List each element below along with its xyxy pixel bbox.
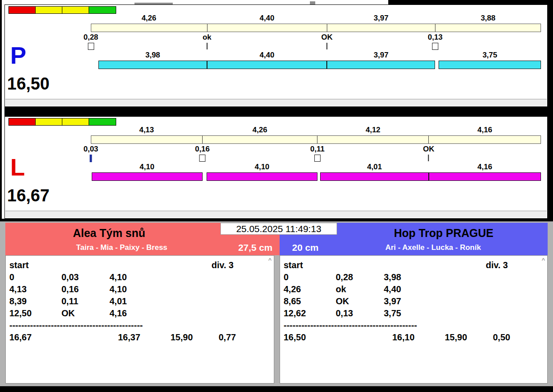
bar-segment	[207, 172, 317, 181]
team-members: Ari - Axelle - Lucka - Roník	[319, 243, 548, 252]
team-name-text: Alea Tým snů	[73, 227, 146, 240]
table-cell: 4,16	[110, 307, 127, 319]
bar-gap	[435, 51, 439, 61]
segment-time-label: 4,13	[91, 126, 202, 135]
pass-marker-line	[428, 155, 429, 161]
team-headers: Alea Tým snů Taira - Mia - Paixy - Bress…	[5, 223, 548, 255]
bar-segment	[203, 136, 317, 143]
segment-time-label: 4,26	[202, 126, 317, 135]
lane-l-panel: L 16,67 4,134,264,124,16 0,030,160,11OK …	[4, 116, 548, 219]
table-row: 8,65OK3,97	[280, 295, 547, 307]
bar-segment	[435, 24, 541, 32]
table-cell: 16,37	[118, 331, 140, 343]
segment-time-label: 4,10	[92, 163, 203, 172]
lane-bars: 4,134,264,124,16 0,030,160,11OK 4,104,10…	[91, 126, 541, 181]
table-cell: 4,10	[110, 271, 127, 283]
table-row: startdiv. 3	[6, 259, 274, 271]
table-cell: 0,50	[493, 331, 510, 343]
pass-row: 0,28okOK0,13	[91, 32, 541, 51]
table-cell: 16,50	[284, 331, 306, 343]
table-cell: 0	[9, 271, 14, 283]
table-cell: 0,03	[61, 271, 79, 283]
table-cell: 15,90	[445, 331, 467, 343]
timestamp: 25.05.2025 11:49:13	[220, 223, 337, 235]
table-cell: ----------------------------------------…	[9, 319, 143, 331]
table-cell: 0,77	[219, 331, 236, 343]
leg-time-labels: 3,984,403,973,75	[91, 51, 541, 61]
pass-marker-box	[314, 155, 321, 162]
segment-time-label: 4,40	[207, 14, 327, 24]
leg-bar	[91, 61, 541, 69]
traffic-light	[9, 7, 36, 13]
pass-marker-line	[207, 43, 207, 49]
split-time-labels: 4,134,264,124,16	[91, 126, 541, 135]
pass-time-label: ok	[203, 33, 211, 41]
pass-marker-bluebar	[90, 155, 92, 162]
pass-time-label: 0,16	[195, 145, 210, 153]
bar-segment	[91, 136, 203, 143]
pass-indicator: OK	[423, 145, 435, 161]
lane-p-panel: P 16,50 4,264,403,973,88 0,28okOK0,13 3,…	[4, 4, 548, 107]
bar-segment	[207, 24, 327, 32]
table-row: 00,283,98	[280, 271, 547, 283]
table-cell: OK	[61, 307, 75, 319]
segment-time-label: 3,75	[439, 51, 541, 61]
window-edge-white	[4, 0, 388, 4]
bar-gap	[435, 61, 439, 69]
table-cell: 8,39	[9, 295, 27, 307]
lane-bars: 4,264,403,973,88 0,28okOK0,13 3,984,403,…	[91, 14, 541, 69]
pass-time-label: 0,13	[428, 33, 443, 41]
table-cell: 0,16	[61, 283, 79, 295]
bar-segment	[98, 61, 207, 69]
bar-segment	[317, 136, 429, 143]
segment-time-label: 4,26	[91, 14, 207, 24]
lane-letter: L	[10, 155, 25, 179]
table-cell: 4,26	[284, 283, 301, 295]
bar-gap	[91, 61, 98, 69]
lane-status-strip	[5, 211, 547, 218]
table-cell: 3,75	[384, 307, 401, 319]
traffic-light	[9, 118, 36, 125]
table-cell: 4,40	[384, 283, 401, 295]
table-cell: 12,50	[9, 307, 32, 319]
table-row: 4,26ok4,40	[280, 283, 547, 295]
segment-time-label: 3,88	[435, 14, 541, 24]
pass-indicator: OK	[321, 33, 333, 49]
bar-segment	[429, 136, 541, 143]
table-cell: ok	[336, 283, 346, 295]
segment-time-label: 4,16	[429, 163, 541, 172]
table-cell: 15,90	[171, 331, 193, 343]
lanes-section: P 16,50 4,264,403,973,88 0,28okOK0,13 3,…	[2, 0, 553, 219]
lane-divider	[4, 107, 548, 116]
window-top-edge	[4, 0, 548, 4]
bar-segment	[429, 172, 541, 181]
segment-time-label: 4,10	[207, 163, 317, 172]
pass-time-label: 0,11	[310, 145, 325, 153]
table-cell: ----------------------------------------…	[284, 319, 417, 331]
pass-indicator: 0,28	[83, 33, 98, 50]
bar-gap	[202, 163, 207, 172]
traffic-light	[62, 7, 89, 13]
table-row: 8,390,114,01	[6, 295, 274, 307]
table-row: 12,620,133,75	[280, 307, 547, 319]
segment-time-label: 3,98	[98, 51, 207, 61]
table-cell: 0,28	[336, 271, 353, 283]
clipped-text-fragment	[310, 1, 315, 4]
traffic-light	[36, 7, 62, 13]
split-bar	[91, 135, 541, 144]
window-edge-black	[388, 0, 548, 4]
table-cell: 8,65	[284, 295, 301, 307]
jump-height: 27,5 cm	[238, 242, 272, 253]
result-table-left: ^ startdiv. 300,034,104,130,164,108,390,…	[5, 255, 274, 384]
table-cell: 0,11	[61, 295, 78, 307]
pass-marker-box	[199, 155, 205, 162]
table-cell: 3,98	[384, 271, 401, 283]
table-cell: 12,62	[284, 307, 306, 319]
pass-indicator: 0,11	[310, 145, 325, 162]
segment-time-label: 4,16	[429, 126, 541, 135]
lane-letter: P	[10, 43, 26, 67]
start-lights	[8, 118, 116, 126]
table-row: 12,50OK4,16	[6, 307, 274, 319]
table-cell: 0	[284, 271, 289, 283]
segment-time-label: 4,12	[317, 126, 429, 135]
